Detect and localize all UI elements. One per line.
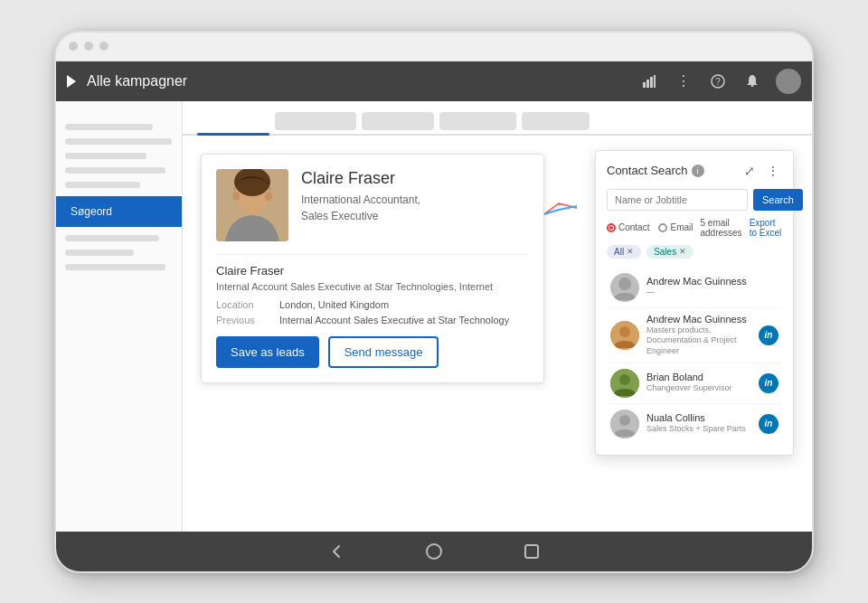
bottom-nav [56,532,812,571]
contact-name-4: Nuala Collins [646,412,751,423]
tab-placeholder-4[interactable] [522,112,590,130]
profile-info: Claire Fraser International Accountant, … [301,169,420,241]
radio-email[interactable]: Email [658,222,693,232]
top-nav: Alle kampagner ⋮ ? [56,61,812,101]
tag-sales[interactable]: Sales ✕ [646,245,693,259]
contact-name-2: Andrew Mac Guinness [646,314,751,325]
tabs-area [183,101,812,136]
previous-row: Previous Internal Account Sales Executiv… [216,315,529,325]
contact-item[interactable]: Andrew Mac Guinness — [607,268,782,308]
svg-text:?: ? [715,77,721,87]
radio-contact-dot [607,223,616,232]
notifications-icon[interactable] [741,71,763,92]
radio-contact[interactable]: Contact [607,222,649,232]
contact-role-2: Masters products, Documentation & Projec… [646,325,751,357]
app-container: Alle kampagner ⋮ ? [56,61,812,571]
profile-header: Claire Fraser International Accountant, … [216,169,529,241]
search-button[interactable]: Search [753,189,803,211]
svg-point-20 [427,544,441,559]
export-excel-link[interactable]: Export to Excel [750,218,782,238]
home-button[interactable] [421,539,447,564]
tab-placeholder-2[interactable] [362,112,434,130]
svg-point-19 [619,415,630,426]
location-label: Location [216,299,270,310]
previous-label: Previous [216,315,270,325]
svg-point-13 [618,278,631,290]
contact-avatar-1 [610,273,639,302]
help-icon[interactable]: ? [707,71,729,92]
profile-details: Claire Fraser Internal Account Sales Exe… [216,254,529,325]
play-icon[interactable] [67,75,76,88]
sidebar-placeholder-6 [65,235,159,241]
sidebar-item-sogeord[interactable]: Søgeord [56,196,182,227]
radio-group: Contact Email [607,222,693,232]
contact-avatar-4 [610,410,639,438]
contact-item-2[interactable]: Andrew Mac Guinness Masters products, Do… [607,308,782,363]
panel-title-text: Contact Search [607,164,688,177]
svg-point-15 [619,326,630,337]
tag-sales-label: Sales [654,247,676,257]
svg-point-11 [232,192,240,201]
svg-rect-21 [525,545,538,558]
svg-point-17 [619,374,630,385]
radio-contact-label: Contact [618,222,649,232]
linkedin-icon-2[interactable]: in [759,325,778,345]
more-vert-icon[interactable]: ⋮ [673,71,694,92]
radio-email-dot [658,223,667,232]
svg-rect-1 [646,80,649,88]
svg-rect-3 [654,75,656,88]
recent-button[interactable] [519,539,544,564]
svg-rect-0 [643,82,646,88]
linkedin-icon-3[interactable]: in [759,373,778,393]
app-title: Alle kampagner [87,73,638,90]
contact-item-4[interactable]: Nuala Collins Sales Stocks + Spare Parts… [607,404,782,444]
sidebar-placeholder-7 [65,250,134,256]
nav-icons: ⋮ ? [638,69,801,94]
location-row: Location London, United Kingdom [216,299,529,310]
location-value: London, United Kingdom [279,299,389,310]
sidebar: Søgeord [56,101,183,532]
window-circle-2 [84,42,93,51]
panel-title: Contact Search i [607,164,704,177]
radio-email-label: Email [670,222,693,232]
profile-title-line2: Sales Executive [301,208,420,224]
tab-placeholder-1[interactable] [275,112,356,130]
contact-info-4: Nuala Collins Sales Stocks + Spare Parts [646,412,751,435]
sidebar-placeholder-1 [65,124,153,130]
tab-placeholder-3[interactable] [439,112,516,130]
info-icon[interactable]: i [692,165,704,177]
send-message-button[interactable]: Send message [328,336,439,368]
panel-header: Contact Search i ⤢ ⋮ [607,162,782,180]
save-as-leads-button[interactable]: Save as leads [216,336,319,368]
window-circle-1 [69,42,78,51]
contact-avatar-3 [610,369,639,398]
search-input[interactable] [607,189,748,211]
tag-all-close[interactable]: ✕ [627,247,634,256]
tag-sales-close[interactable]: ✕ [679,247,686,256]
profile-title-line1: International Accountant, [301,192,420,208]
back-button[interactable] [324,539,349,564]
tablet-frame: Alle kampagner ⋮ ? [54,31,814,573]
sidebar-placeholder-5 [65,182,140,188]
user-avatar[interactable] [776,69,801,94]
sidebar-placeholder-4 [65,167,165,174]
profile-area: Claire Fraser International Accountant, … [183,136,812,401]
sidebar-placeholder-2 [65,138,172,145]
more-options-icon[interactable]: ⋮ [764,162,782,180]
detail-name: Claire Fraser [216,264,529,278]
contact-search-panel: Contact Search i ⤢ ⋮ Search [595,150,794,456]
contact-item-3[interactable]: Brian Boland Changeover Supervisor in [607,363,782,404]
linkedin-icon-4[interactable]: in [759,414,778,434]
window-circle-3 [99,42,108,51]
profile-card: Claire Fraser International Accountant, … [201,154,544,383]
sidebar-placeholder-3 [65,153,146,159]
svg-rect-6 [751,85,754,87]
tag-all[interactable]: All ✕ [607,245,641,259]
contact-role-4: Sales Stocks + Spare Parts [646,424,751,435]
title-bar [56,33,812,61]
barchart-icon[interactable] [638,71,660,92]
panel-controls: ⤢ ⋮ [741,162,782,180]
expand-icon[interactable]: ⤢ [741,162,759,180]
detail-title: Internal Account Sales Executive at Star… [216,281,529,292]
contact-name-1: Andrew Mac Guinness [646,276,778,287]
